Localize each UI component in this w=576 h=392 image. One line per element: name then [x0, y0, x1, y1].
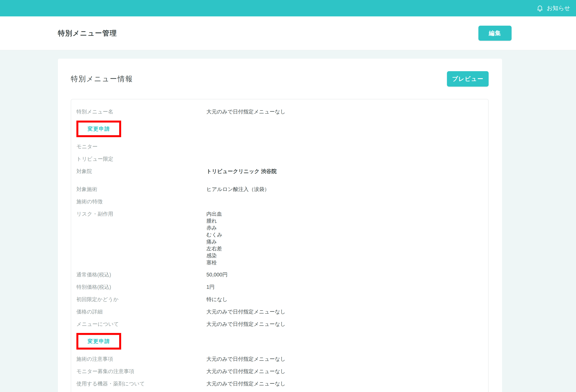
- row-label: 施術の注意事項: [76, 356, 206, 363]
- red-highlight-annotation: 変更申請: [76, 333, 121, 350]
- card-title: 特別メニュー情報: [71, 74, 133, 84]
- row-value: 大元のみで日付指定メニューなし: [206, 108, 286, 115]
- row-value: トリビュークリニック 渋谷院: [206, 168, 277, 175]
- top-bar: お知らせ: [0, 0, 576, 16]
- row-value: 大元のみで日付指定メニューなし: [206, 380, 286, 387]
- detail-row: 施術の注意事項大元のみで日付指定メニューなし: [76, 356, 481, 363]
- change-request-row: 変更申請: [76, 333, 481, 350]
- change-request-button[interactable]: 変更申請: [78, 335, 119, 348]
- row-label: モニター募集の注意事項: [76, 368, 206, 375]
- row-label: 通常価格(税込): [76, 271, 206, 278]
- row-value: 特になし: [206, 296, 228, 303]
- row-label: モニター: [76, 143, 206, 150]
- detail-row: 初回限定かどうか特になし: [76, 296, 481, 303]
- row-label: 特別メニュー名: [76, 108, 206, 115]
- row-value: 大元のみで日付指定メニューなし: [206, 308, 286, 315]
- bell-icon: [536, 5, 544, 12]
- row-label: 特別価格(税込): [76, 283, 206, 291]
- row-value: 内出血 腫れ 赤み むくみ 痛み 左右差 感染 塞栓: [206, 210, 222, 266]
- detail-row: メニューについて大元のみで日付指定メニューなし: [76, 321, 481, 328]
- detail-row: モニター: [76, 143, 481, 150]
- detail-row: 対象施術ヒアルロン酸注入（涙袋）: [76, 186, 481, 193]
- detail-row: 施術の特徴: [76, 198, 481, 205]
- row-value: 大元のみで日付指定メニューなし: [206, 356, 286, 363]
- detail-row: 使用する機器・薬剤について大元のみで日付指定メニューなし: [76, 380, 481, 387]
- notifications-link[interactable]: お知らせ: [536, 4, 570, 12]
- card-header: 特別メニュー情報 プレビュー: [71, 71, 489, 87]
- detail-row: モニター募集の注意事項大元のみで日付指定メニューなし: [76, 368, 481, 375]
- row-label: 対象院: [76, 168, 206, 175]
- preview-button[interactable]: プレビュー: [447, 71, 489, 87]
- detail-row: 通常価格(税込)50,000円: [76, 271, 481, 278]
- row-label: リスク・副作用: [76, 210, 206, 266]
- row-value: 大元のみで日付指定メニューなし: [206, 321, 286, 328]
- edit-button[interactable]: 編集: [478, 26, 512, 41]
- row-value: 1円: [206, 283, 214, 291]
- red-highlight-annotation: 変更申請: [76, 121, 121, 137]
- notifications-label: お知らせ: [547, 4, 570, 12]
- detail-table: 特別メニュー名大元のみで日付指定メニューなし変更申請モニタートリビュー限定対象院…: [71, 99, 489, 392]
- row-value: ヒアルロン酸注入（涙袋）: [206, 186, 269, 193]
- page-header: 特別メニュー管理 編集: [0, 16, 576, 50]
- row-label: 対象施術: [76, 186, 206, 193]
- row-label: 価格の詳細: [76, 308, 206, 315]
- row-label: 使用する機器・薬剤について: [76, 380, 206, 387]
- detail-row: 特別価格(税込)1円: [76, 283, 481, 291]
- change-request-button[interactable]: 変更申請: [78, 122, 119, 135]
- special-menu-card: 特別メニュー情報 プレビュー 特別メニュー名大元のみで日付指定メニューなし変更申…: [58, 59, 502, 392]
- page-title: 特別メニュー管理: [58, 28, 117, 38]
- row-label: トリビュー限定: [76, 156, 206, 163]
- row-value: 大元のみで日付指定メニューなし: [206, 368, 286, 375]
- row-value: 50,000円: [206, 271, 228, 278]
- row-label: 施術の特徴: [76, 198, 206, 205]
- detail-row: 価格の詳細大元のみで日付指定メニューなし: [76, 308, 481, 315]
- detail-row: 特別メニュー名大元のみで日付指定メニューなし: [76, 108, 481, 115]
- row-label: 初回限定かどうか: [76, 296, 206, 303]
- detail-row: 対象院トリビュークリニック 渋谷院: [76, 168, 481, 175]
- row-label: メニューについて: [76, 321, 206, 328]
- main-content: 特別メニュー情報 プレビュー 特別メニュー名大元のみで日付指定メニューなし変更申…: [0, 50, 576, 392]
- change-request-row: 変更申請: [76, 121, 481, 137]
- detail-row: リスク・副作用内出血 腫れ 赤み むくみ 痛み 左右差 感染 塞栓: [76, 210, 481, 266]
- detail-row: トリビュー限定: [76, 156, 481, 163]
